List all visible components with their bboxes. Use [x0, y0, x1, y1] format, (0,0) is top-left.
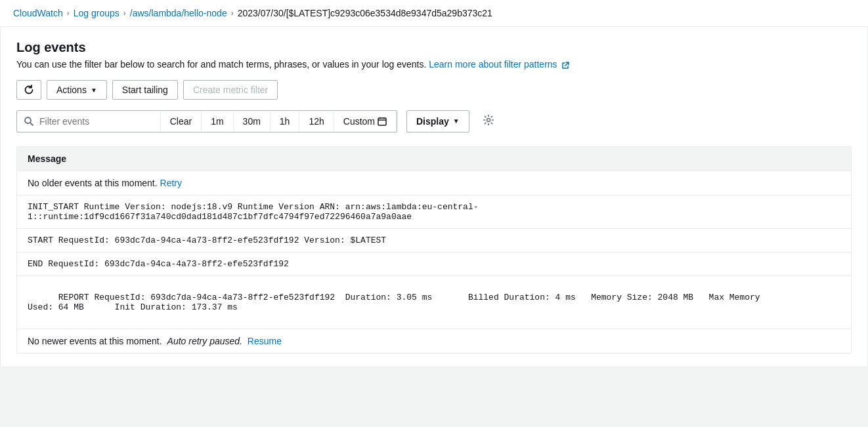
resume-link[interactable]: Resume: [248, 336, 282, 346]
svg-point-6: [487, 119, 490, 122]
clear-filter-button[interactable]: Clear: [161, 111, 202, 132]
log-row-start: START RequestId: 693dc7da-94ca-4a73-8ff2…: [17, 229, 851, 253]
auto-retry-paused-text: Auto retry paused.: [167, 336, 242, 346]
filter-input-wrapper: [17, 111, 161, 132]
breadcrumb-cloudwatch[interactable]: CloudWatch: [13, 8, 63, 18]
refresh-button[interactable]: [16, 80, 41, 100]
breadcrumb-lambda-path[interactable]: /aws/lambda/hello-node: [130, 8, 227, 18]
no-older-events-text: No older events at this moment.: [28, 178, 158, 188]
log-events-header: Message: [17, 147, 851, 171]
actions-button[interactable]: Actions ▼: [47, 80, 107, 100]
log-events-container: Message No older events at this moment. …: [16, 146, 852, 354]
filter-events-input[interactable]: [39, 111, 154, 132]
page-title: Log events: [16, 40, 852, 55]
filter-1m-button[interactable]: 1m: [202, 111, 233, 132]
log-entry-2: START RequestId: 693dc7da-94ca-4a73-8ff2…: [28, 235, 386, 245]
search-icon: [24, 116, 34, 127]
external-link-icon: [561, 61, 569, 69]
calendar-icon: [378, 117, 387, 126]
no-older-events-row: No older events at this moment. Retry: [17, 171, 851, 195]
filter-bar: Clear 1m 30m 1h 12h Custom: [16, 110, 397, 132]
create-metric-filter-button[interactable]: Create metric filter: [183, 80, 278, 100]
breadcrumb-log-groups[interactable]: Log groups: [74, 8, 119, 18]
toolbar: Actions ▼ Start tailing Create metric fi…: [16, 80, 852, 100]
filter-buttons: Clear 1m 30m 1h 12h Custom: [161, 111, 397, 132]
display-caret-icon: ▼: [453, 117, 460, 125]
no-newer-events-text: No newer events at this moment.: [28, 336, 162, 346]
filter-row: Clear 1m 30m 1h 12h Custom Display ▼: [16, 109, 852, 133]
breadcrumb-chevron-1: ›: [67, 9, 70, 18]
start-tailing-button[interactable]: Start tailing: [112, 80, 178, 100]
learn-more-link[interactable]: Learn more about filter patterns: [429, 59, 557, 70]
breadcrumb-chevron-3: ›: [231, 9, 234, 18]
page-description: You can use the filter bar below to sear…: [16, 59, 852, 70]
filter-1h-button[interactable]: 1h: [271, 111, 300, 132]
retry-link[interactable]: Retry: [160, 178, 182, 188]
log-entry-4: REPORT RequestId: 693dc7da-94ca-4a73-8ff…: [28, 293, 760, 312]
breadcrumb-chevron-2: ›: [123, 9, 126, 18]
log-row-report: REPORT RequestId: 693dc7da-94ca-4a73-8ff…: [17, 276, 851, 329]
settings-button[interactable]: [476, 109, 501, 133]
filter-30m-button[interactable]: 30m: [234, 111, 271, 132]
breadcrumb: CloudWatch › Log groups › /aws/lambda/he…: [0, 0, 868, 27]
no-newer-events-row: No newer events at this moment. Auto ret…: [17, 329, 851, 353]
gear-icon: [483, 114, 494, 126]
main-content: Log events You can use the filter bar be…: [0, 27, 868, 367]
log-entry-1: INIT_START Runtime Version: nodejs:18.v9…: [28, 202, 479, 222]
log-entry-3: END RequestId: 693dc7da-94ca-4a73-8ff2-e…: [28, 259, 289, 269]
filter-12h-button[interactable]: 12h: [299, 111, 334, 132]
refresh-icon: [24, 85, 34, 95]
display-button[interactable]: Display ▼: [406, 110, 469, 132]
log-row-init-start: INIT_START Runtime Version: nodejs:18.v9…: [17, 195, 851, 229]
actions-caret-icon: ▼: [91, 87, 97, 94]
svg-line-1: [30, 123, 33, 125]
log-row-end: END RequestId: 693dc7da-94ca-4a73-8ff2-e…: [17, 253, 851, 276]
breadcrumb-current: 2023/07/30/[$LATEST]c9293c06e3534d8e9347…: [238, 8, 492, 18]
svg-rect-2: [378, 118, 386, 125]
filter-custom-button[interactable]: Custom: [334, 111, 397, 132]
